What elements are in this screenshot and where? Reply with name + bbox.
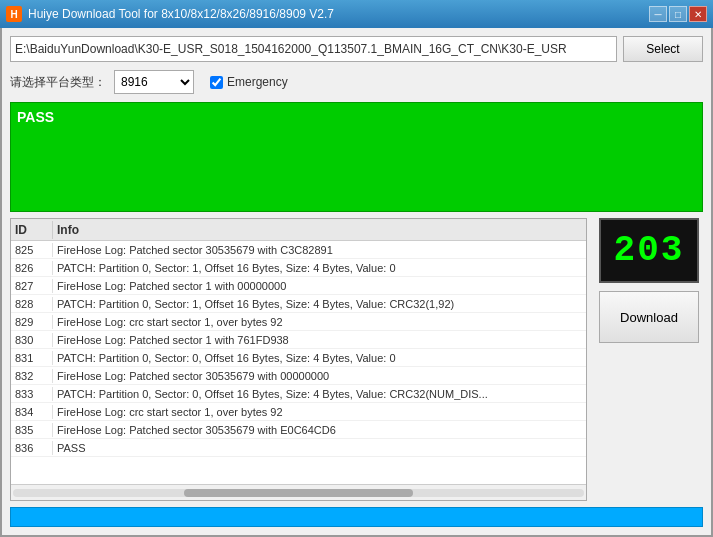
main-window: Select 请选择平台类型： 8916890989268x108x12 Eme…	[0, 28, 713, 537]
log-cell-info: FireHose Log: Patched sector 30535679 wi…	[53, 243, 586, 257]
log-row[interactable]: 834FireHose Log: crc start sector 1, ove…	[11, 403, 586, 421]
log-cell-info: PATCH: Partition 0, Sector: 0, Offset 16…	[53, 387, 586, 401]
log-row[interactable]: 833PATCH: Partition 0, Sector: 0, Offset…	[11, 385, 586, 403]
title-controls: ─ □ ✕	[649, 6, 707, 22]
log-cell-info: FireHose Log: Patched sector 30535679 wi…	[53, 369, 586, 383]
log-col-id: ID	[11, 221, 53, 239]
log-cell-id: 835	[11, 423, 53, 437]
log-row[interactable]: 829FireHose Log: crc start sector 1, ove…	[11, 313, 586, 331]
log-cell-id: 828	[11, 297, 53, 311]
progress-bar	[10, 507, 703, 527]
platform-label: 请选择平台类型：	[10, 74, 106, 91]
platform-select[interactable]: 8916890989268x108x12	[114, 70, 194, 94]
log-cell-info: FireHose Log: Patched sector 1 with 761F…	[53, 333, 586, 347]
log-cell-info: PATCH: Partition 0, Sector: 1, Offset 16…	[53, 297, 586, 311]
right-panel: 203 Download	[595, 218, 703, 501]
counter-number: 203	[614, 230, 685, 271]
emergency-section: Emergency	[210, 75, 288, 89]
log-row[interactable]: 831PATCH: Partition 0, Sector: 0, Offset…	[11, 349, 586, 367]
log-row[interactable]: 827FireHose Log: Patched sector 1 with 0…	[11, 277, 586, 295]
log-row[interactable]: 828PATCH: Partition 0, Sector: 1, Offset…	[11, 295, 586, 313]
select-button[interactable]: Select	[623, 36, 703, 62]
log-row[interactable]: 835FireHose Log: Patched sector 30535679…	[11, 421, 586, 439]
log-cell-id: 830	[11, 333, 53, 347]
emergency-label: Emergency	[227, 75, 288, 89]
log-header: ID Info	[11, 219, 586, 241]
log-row[interactable]: 836PASS	[11, 439, 586, 457]
emergency-checkbox[interactable]	[210, 76, 223, 89]
scrollbar-thumb[interactable]	[184, 489, 412, 497]
log-cell-id: 836	[11, 441, 53, 455]
log-row[interactable]: 832FireHose Log: Patched sector 30535679…	[11, 367, 586, 385]
log-cell-id: 825	[11, 243, 53, 257]
log-row[interactable]: 826PATCH: Partition 0, Sector: 1, Offset…	[11, 259, 586, 277]
log-cell-id: 827	[11, 279, 53, 293]
bottom-section: ID Info 825FireHose Log: Patched sector …	[10, 218, 703, 501]
log-cell-info: FireHose Log: crc start sector 1, over b…	[53, 315, 586, 329]
status-text: PASS	[17, 109, 54, 125]
log-cell-id: 826	[11, 261, 53, 275]
log-cell-id: 834	[11, 405, 53, 419]
file-path-input[interactable]	[10, 36, 617, 62]
log-cell-info: PATCH: Partition 0, Sector: 0, Offset 16…	[53, 351, 586, 365]
log-cell-id: 829	[11, 315, 53, 329]
log-col-info: Info	[53, 221, 586, 239]
log-row[interactable]: 825FireHose Log: Patched sector 30535679…	[11, 241, 586, 259]
minimize-button[interactable]: ─	[649, 6, 667, 22]
log-scroll-area[interactable]: 825FireHose Log: Patched sector 30535679…	[11, 241, 586, 484]
horizontal-scrollbar[interactable]	[11, 484, 586, 500]
log-cell-id: 833	[11, 387, 53, 401]
app-icon: H	[6, 6, 22, 22]
log-cell-id: 831	[11, 351, 53, 365]
title-bar-left: H Huiye Download Tool for 8x10/8x12/8x26…	[6, 6, 334, 22]
file-row: Select	[10, 36, 703, 62]
log-row[interactable]: 830FireHose Log: Patched sector 1 with 7…	[11, 331, 586, 349]
log-cell-info: PASS	[53, 441, 586, 455]
counter-display: 203	[599, 218, 699, 283]
log-cell-info: FireHose Log: crc start sector 1, over b…	[53, 405, 586, 419]
close-button[interactable]: ✕	[689, 6, 707, 22]
scrollbar-track	[13, 489, 584, 497]
log-container: ID Info 825FireHose Log: Patched sector …	[10, 218, 587, 501]
title-bar: H Huiye Download Tool for 8x10/8x12/8x26…	[0, 0, 713, 28]
log-cell-info: FireHose Log: Patched sector 30535679 wi…	[53, 423, 586, 437]
title-text: Huiye Download Tool for 8x10/8x12/8x26/8…	[28, 7, 334, 21]
platform-row: 请选择平台类型： 8916890989268x108x12 Emergency	[10, 68, 703, 96]
log-cell-info: PATCH: Partition 0, Sector: 1, Offset 16…	[53, 261, 586, 275]
maximize-button[interactable]: □	[669, 6, 687, 22]
download-button[interactable]: Download	[599, 291, 699, 343]
log-cell-info: FireHose Log: Patched sector 1 with 0000…	[53, 279, 586, 293]
status-area: PASS	[10, 102, 703, 212]
log-cell-id: 832	[11, 369, 53, 383]
